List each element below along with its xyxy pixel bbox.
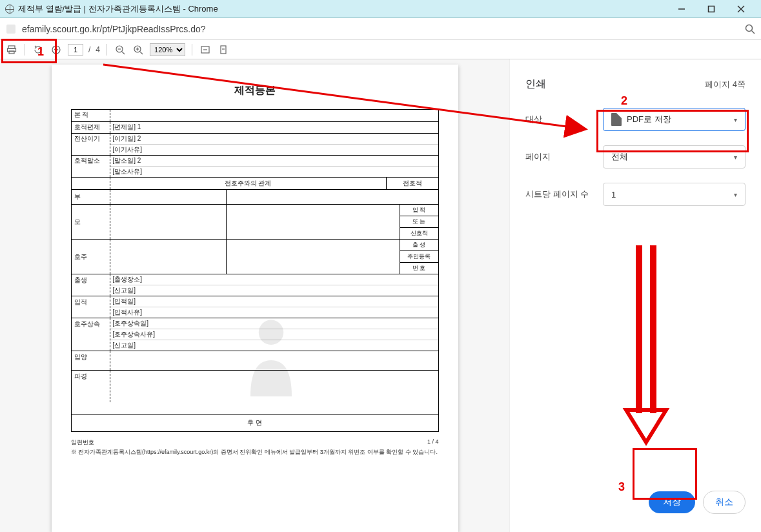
svg-point-4	[746, 25, 753, 31]
fit-width-icon[interactable]	[199, 43, 212, 56]
field-item: [이기사유]	[110, 144, 438, 155]
chevron-down-icon: ▾	[734, 116, 737, 123]
svg-rect-8	[9, 51, 14, 54]
print-icon[interactable]	[5, 43, 18, 56]
svg-line-5	[752, 30, 755, 34]
print-panel: 인쇄 페이지 4쪽 대상 PDF로 저장 ▾ 페이지 전체 ▾ 시트당 페이지 …	[509, 59, 761, 532]
chevron-down-icon: ▾	[734, 154, 737, 161]
pdf-file-icon	[611, 113, 622, 126]
field-label: 전산이기	[72, 134, 110, 155]
event-label: 입양	[72, 351, 110, 370]
page-number-input[interactable]	[68, 44, 83, 56]
field-label: 호적말소	[72, 156, 110, 177]
zoom-select[interactable]: 120%	[150, 43, 185, 56]
chevron-down-icon: ▾	[734, 191, 737, 198]
sheets-per-page-select[interactable]: 1 ▾	[603, 183, 746, 206]
svg-rect-1	[709, 6, 715, 12]
rel-label: 부	[72, 190, 110, 204]
page-total: 4	[96, 45, 100, 54]
rel-right-label: 출 생	[400, 240, 438, 251]
svg-point-9	[52, 46, 60, 54]
footnote-text: ※ 전자가족관계등록시스템(https://efamily.scourt.go.…	[71, 448, 439, 456]
svg-line-16	[140, 52, 143, 54]
globe-icon	[5, 5, 14, 14]
document-title: 제적등본	[71, 84, 439, 97]
rel-right-label: 신호적	[400, 228, 438, 239]
cancel-button[interactable]: 취소	[703, 491, 746, 514]
window-close-button[interactable]	[726, 0, 756, 18]
event-item: [출생장소]	[110, 274, 438, 285]
window-titlebar: 제적부 열람/발급 | 전자가족관계등록시스템 - Chrome	[0, 0, 761, 18]
field-item: [편제일] 1	[110, 122, 438, 132]
pages-select[interactable]: 전체 ▾	[603, 145, 746, 169]
relation-heading: 전호주와의 관계	[110, 178, 387, 189]
svg-line-12	[122, 52, 125, 54]
field-item: [말소사유]	[110, 166, 438, 177]
address-bar: efamily.scourt.go.kr/pt/PtJjkpReadIssPrc…	[0, 18, 761, 40]
print-preview-area: 제적등본 본 적 호적편제 [편제일] 1 전산이기 [이기일] 2 [이	[0, 59, 509, 532]
relation-sidebox: 전호적	[387, 178, 438, 189]
svg-rect-19	[221, 46, 226, 54]
footer-left: 일련번호	[71, 438, 94, 447]
field-item: [말소일] 2	[110, 156, 438, 166]
sheets-per-page-label: 시트당 페이지 수	[525, 189, 603, 200]
rel-right-label: 주민등록	[400, 251, 438, 263]
event-label: 파경	[72, 371, 110, 402]
window-title: 제적부 열람/발급 | 전자가족관계등록시스템 - Chrome	[18, 3, 218, 15]
pages-label: 페이지	[525, 151, 603, 163]
rel-label: 모	[72, 205, 110, 239]
page-footer-center: 후 면	[72, 414, 438, 431]
window-minimize-button[interactable]	[667, 0, 696, 18]
rel-right-label: 입 적	[400, 205, 438, 216]
pdf-toolbar: / 4 120%	[0, 40, 761, 59]
window-maximize-button[interactable]	[696, 0, 726, 18]
destination-select[interactable]: PDF로 저장 ▾	[603, 108, 746, 131]
print-panel-title: 인쇄	[525, 77, 546, 91]
destination-value: PDF로 저장	[627, 114, 671, 125]
field-label: 본 적	[72, 110, 110, 121]
svg-point-21	[258, 320, 283, 345]
rel-label: 호주	[72, 240, 110, 274]
rel-right-label: 번 호	[400, 263, 438, 274]
dropdown-chevron-icon[interactable]	[50, 43, 63, 56]
fit-page-icon[interactable]	[217, 43, 230, 56]
rotate-icon[interactable]	[32, 43, 45, 56]
print-page-count: 페이지 4쪽	[705, 79, 746, 90]
zoom-in-icon[interactable]	[132, 43, 145, 56]
field-value	[110, 110, 438, 121]
event-label: 호주상속	[72, 318, 110, 351]
rel-right-label: 또 는	[400, 216, 438, 228]
event-label: 출생	[72, 274, 110, 296]
destination-label: 대상	[525, 114, 603, 125]
watermark-icon	[219, 303, 323, 407]
preview-page: 제적등본 본 적 호적편제 [편제일] 1 전산이기 [이기일] 2 [이	[52, 65, 458, 532]
zoom-out-icon[interactable]	[114, 43, 127, 56]
save-button[interactable]: 저장	[649, 491, 695, 513]
page-sep: /	[88, 45, 90, 54]
event-label: 입적	[72, 296, 110, 318]
field-item: [이기일] 2	[110, 134, 438, 144]
pages-value: 전체	[611, 151, 628, 163]
search-icon[interactable]	[744, 23, 756, 35]
event-item: [신고일]	[110, 285, 438, 296]
sheets-per-page-value: 1	[611, 190, 616, 200]
url-text[interactable]: efamily.scourt.go.kr/pt/PtJjkpReadIssPrc…	[22, 24, 744, 34]
field-label: 호적편제	[72, 122, 110, 133]
footer-page: 1 / 4	[427, 438, 439, 447]
site-settings-icon[interactable]	[5, 23, 17, 35]
